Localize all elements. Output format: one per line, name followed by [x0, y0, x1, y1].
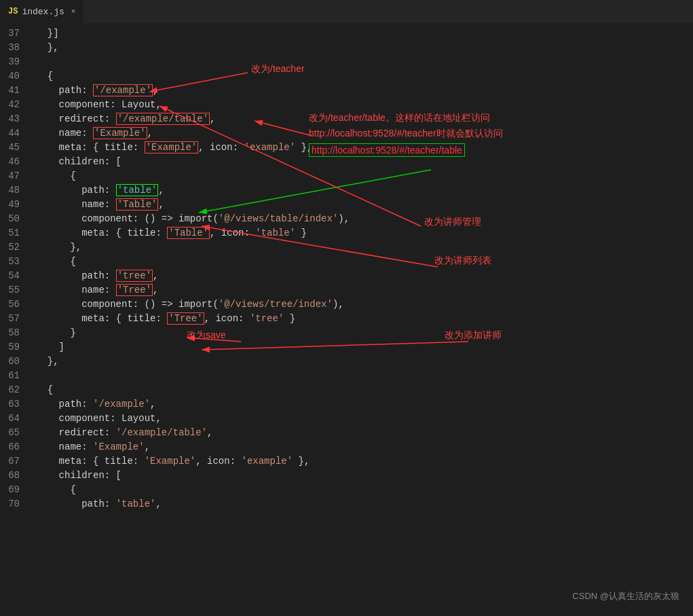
code-line-39 — [31, 55, 693, 69]
line-num-55: 55 — [0, 283, 31, 297]
line-numbers: 37 38 39 40 41 42 43 44 45 46 47 48 49 5… — [0, 24, 31, 616]
code-line-46: children: [ — [31, 155, 693, 169]
line-num-64: 64 — [0, 412, 31, 426]
line-num-40: 40 — [0, 69, 31, 84]
line-num-68: 68 — [0, 469, 31, 483]
watermark: CSDN @认真生活的灰太狼 — [572, 590, 679, 602]
code-line-40: { — [31, 69, 693, 84]
code-line-41: path: '/example', — [31, 84, 693, 98]
line-num-70: 70 — [0, 497, 31, 511]
code-line-53: { — [31, 255, 693, 269]
code-line-50: component: () => import('@/views/table/i… — [31, 212, 693, 226]
code-line-44: name: 'Example', — [31, 126, 693, 141]
line-num-66: 66 — [0, 440, 31, 454]
line-num-57: 57 — [0, 312, 31, 326]
code-line-59: ] — [31, 340, 693, 355]
tab-filename: index.js — [22, 7, 64, 17]
code-line-57: meta: { title: 'Tree', icon: 'tree' } — [31, 312, 693, 326]
code-line-63: path: '/example', — [31, 397, 693, 412]
line-num-50: 50 — [0, 212, 31, 226]
code-line-69: { — [31, 483, 693, 497]
line-num-47: 47 — [0, 169, 31, 183]
code-line-65: redirect: '/example/table', — [31, 426, 693, 440]
code-line-37: }] — [31, 26, 693, 41]
line-num-43: 43 — [0, 112, 31, 126]
line-num-51: 51 — [0, 226, 31, 240]
code-line-49: name: 'Table', — [31, 198, 693, 212]
line-num-44: 44 — [0, 126, 31, 141]
line-num-61: 61 — [0, 369, 31, 383]
code-line-45: meta: { title: 'Example', icon: 'example… — [31, 141, 693, 155]
code-line-48: path: 'table', — [31, 183, 693, 198]
code-line-68: children: [ — [31, 469, 693, 483]
line-num-38: 38 — [0, 41, 31, 55]
code-line-55: name: 'Tree', — [31, 283, 693, 297]
line-num-54: 54 — [0, 269, 31, 283]
line-num-65: 65 — [0, 426, 31, 440]
line-num-42: 42 — [0, 98, 31, 112]
line-num-39: 39 — [0, 55, 31, 69]
line-num-49: 49 — [0, 198, 31, 212]
tab-index-js[interactable]: JS index.js × — [0, 0, 84, 23]
code-container: 37 38 39 40 41 42 43 44 45 46 47 48 49 5… — [0, 24, 693, 616]
line-num-48: 48 — [0, 183, 31, 198]
line-num-41: 41 — [0, 84, 31, 98]
code-line-43: redirect: '/example/table', — [31, 112, 693, 126]
code-line-56: component: () => import('@/views/tree/in… — [31, 297, 693, 312]
code-line-70: path: 'table', — [31, 497, 693, 511]
code-line-64: component: Layout, — [31, 412, 693, 426]
code-line-61 — [31, 369, 693, 383]
line-num-46: 46 — [0, 155, 31, 169]
code-line-51: meta: { title: 'Table', icon: 'table' } — [31, 226, 693, 240]
line-num-58: 58 — [0, 326, 31, 340]
line-num-52: 52 — [0, 240, 31, 255]
code-line-54: path: 'tree', — [31, 269, 693, 283]
line-num-37: 37 — [0, 26, 31, 41]
code-line-67: meta: { title: 'Example', icon: 'example… — [31, 454, 693, 469]
line-num-59: 59 — [0, 340, 31, 355]
line-num-63: 63 — [0, 397, 31, 412]
line-num-60: 60 — [0, 355, 31, 369]
js-icon: JS — [8, 7, 18, 16]
tab-bar: JS index.js × — [0, 0, 693, 24]
code-line-47: { — [31, 169, 693, 183]
code-line-52: }, — [31, 240, 693, 255]
line-num-69: 69 — [0, 483, 31, 497]
code-editor[interactable]: }] }, { path: '/example', component: Lay… — [31, 24, 693, 616]
line-num-62: 62 — [0, 383, 31, 397]
tab-close-button[interactable]: × — [71, 7, 76, 16]
line-num-45: 45 — [0, 141, 31, 155]
code-line-60: }, — [31, 355, 693, 369]
line-num-53: 53 — [0, 255, 31, 269]
line-num-56: 56 — [0, 297, 31, 312]
code-line-66: name: 'Example', — [31, 440, 693, 454]
line-num-67: 67 — [0, 454, 31, 469]
code-line-62: { — [31, 383, 693, 397]
code-line-42: component: Layout, — [31, 98, 693, 112]
code-line-58: } — [31, 326, 693, 340]
code-line-38: }, — [31, 41, 693, 55]
